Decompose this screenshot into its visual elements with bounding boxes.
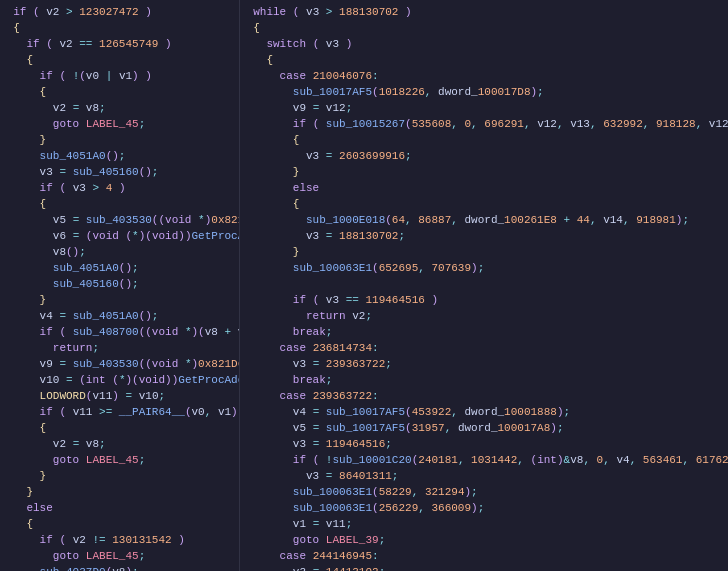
right-code: while ( v3 > 188130702 ) { switch ( v3 )… [240, 4, 728, 571]
left-panel[interactable]: if ( v2 > 123027472 ) { if ( v2 == 12654… [0, 0, 240, 571]
code-container: if ( v2 > 123027472 ) { if ( v2 == 12654… [0, 0, 728, 571]
left-code: if ( v2 > 123027472 ) { if ( v2 == 12654… [0, 4, 239, 571]
right-panel[interactable]: while ( v3 > 188130702 ) { switch ( v3 )… [240, 0, 728, 571]
